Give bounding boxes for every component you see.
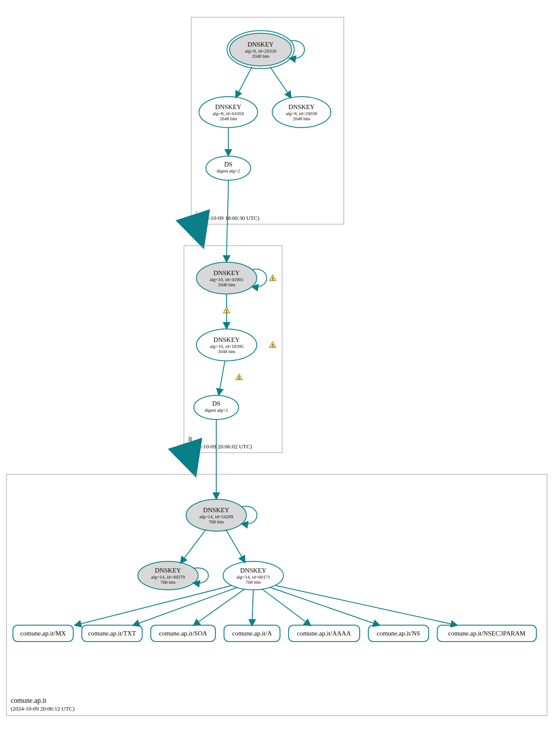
svg-text:DNSKEY: DNSKEY (240, 567, 267, 574)
warning-icon (223, 307, 230, 313)
node-comune-ksk: DNSKEY alg=14, id=54289 768 bits (186, 499, 246, 531)
svg-text:alg=10, id=18395: alg=10, id=18395 (210, 344, 244, 349)
zone-comune-label: comune.ap.it (11, 697, 47, 704)
dnssec-graph: ! . (2024-10-09 18:00:30 UTC) DNSKEY alg… (0, 0, 560, 742)
svg-text:comune.ap.it/NS: comune.ap.it/NS (377, 630, 420, 637)
svg-text:digest alg=2: digest alg=2 (217, 168, 240, 173)
svg-text:DNSKEY: DNSKEY (289, 103, 315, 110)
svg-text:alg=10, id=41901: alg=10, id=41901 (210, 277, 243, 282)
rrset-aaaa: comune.ap.it/AAAA (289, 625, 360, 642)
node-root-zsk2: DNSKEY alg=8, id=20038 2048 bits (272, 97, 331, 128)
warning-icon (236, 374, 243, 380)
svg-text:2048 bits: 2048 bits (252, 53, 270, 59)
svg-text:alg=8, id=20326: alg=8, id=20326 (245, 48, 277, 53)
node-it-ksk: DNSKEY alg=10, id=41901 2048 bits (196, 262, 257, 294)
svg-text:2048 bits: 2048 bits (293, 116, 311, 121)
svg-text:alg=14, id=54289: alg=14, id=54289 (199, 514, 233, 519)
svg-text:digest alg=2: digest alg=2 (205, 407, 228, 413)
svg-text:2048 bits: 2048 bits (220, 116, 237, 121)
svg-text:DS: DS (224, 161, 232, 168)
rrset-ns: comune.ap.it/NS (368, 625, 429, 642)
rrset-txt: comune.ap.it/TXT (82, 625, 142, 642)
svg-text:DNSKEY: DNSKEY (214, 269, 240, 276)
rrset-soa: comune.ap.it/SOA (151, 625, 215, 642)
zone-root-label: . (196, 207, 197, 214)
svg-text:DNSKEY: DNSKEY (155, 567, 181, 574)
svg-text:768 bits: 768 bits (208, 519, 224, 524)
svg-text:comune.ap.it/TXT: comune.ap.it/TXT (88, 630, 136, 637)
svg-text:alg=14, id=49379: alg=14, id=49379 (151, 574, 185, 579)
node-root-ds: DS digest alg=2 (206, 156, 251, 180)
rrset-nsec: comune.ap.it/NSEC3PARAM (437, 625, 536, 642)
rrset-mx: comune.ap.it/MX (13, 625, 73, 642)
svg-text:768 bits: 768 bits (246, 579, 261, 585)
node-it-zsk: DNSKEY alg=10, id=18395 2048 bits (196, 329, 257, 361)
svg-text:alg=14, id=60171: alg=14, id=60171 (236, 574, 270, 579)
svg-rect-30 (6, 474, 547, 716)
svg-text:comune.ap.it/AAAA: comune.ap.it/AAAA (297, 630, 351, 637)
zone-it-time: (2024-10-09 20:06:02 UTC) (188, 443, 252, 450)
svg-text:comune.ap.it/A: comune.ap.it/A (232, 630, 272, 637)
svg-text:DNSKEY: DNSKEY (215, 103, 242, 110)
svg-text:alg=8, id=61050: alg=8, id=61050 (213, 111, 244, 116)
svg-text:alg=8, id=20038: alg=8, id=20038 (286, 111, 317, 116)
svg-text:2048 bits: 2048 bits (218, 349, 236, 354)
svg-text:comune.ap.it/NSEC3PARAM: comune.ap.it/NSEC3PARAM (448, 630, 525, 637)
warning-icon (269, 275, 276, 281)
svg-text:comune.ap.it/SOA: comune.ap.it/SOA (159, 630, 207, 637)
svg-text:DS: DS (212, 400, 220, 407)
zone-comune-time: (2024-10-09 20:06:12 UTC) (11, 705, 75, 712)
zone-it-label: it (188, 435, 192, 442)
svg-text:comune.ap.it/MX: comune.ap.it/MX (20, 630, 66, 637)
svg-text:2048 bits: 2048 bits (218, 282, 236, 287)
node-comune-zsk-old: DNSKEY alg=14, id=49379 768 bits (138, 561, 198, 590)
svg-text:DNSKEY: DNSKEY (248, 41, 274, 48)
rrset-a: comune.ap.it/A (224, 625, 280, 642)
node-it-ds: DS digest alg=2 (194, 395, 239, 420)
warning-icon (269, 341, 276, 348)
svg-text:DNSKEY: DNSKEY (214, 336, 240, 343)
node-root-zsk: DNSKEY alg=8, id=61050 2048 bits (199, 97, 258, 128)
node-root-ksk: DNSKEY alg=8, id=20326 2048 bits (227, 31, 294, 69)
svg-text:768 bits: 768 bits (160, 579, 175, 585)
svg-text:DNSKEY: DNSKEY (203, 507, 230, 513)
node-comune-zsk: DNSKEY alg=14, id=60171 768 bits (223, 561, 283, 590)
